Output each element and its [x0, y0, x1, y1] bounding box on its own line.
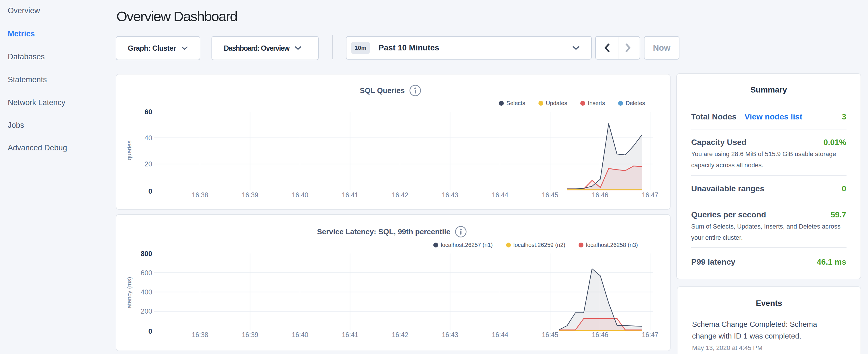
- svg-text:16:42: 16:42: [392, 331, 408, 339]
- svg-text:16:45: 16:45: [542, 191, 559, 199]
- svg-text:0: 0: [149, 327, 152, 335]
- svg-text:16:46: 16:46: [592, 331, 608, 339]
- svg-text:16:41: 16:41: [342, 191, 359, 199]
- svg-text:16:38: 16:38: [192, 331, 208, 339]
- svg-text:16:40: 16:40: [292, 191, 308, 199]
- svg-text:40: 40: [145, 134, 152, 142]
- svg-text:16:44: 16:44: [492, 331, 508, 339]
- svg-text:16:40: 16:40: [292, 331, 308, 339]
- svg-text:16:46: 16:46: [592, 191, 608, 199]
- svg-text:latency (ms): latency (ms): [126, 277, 132, 310]
- svg-text:16:47: 16:47: [642, 331, 658, 339]
- svg-text:16:39: 16:39: [242, 331, 258, 339]
- svg-text:16:43: 16:43: [442, 191, 459, 199]
- svg-text:16:45: 16:45: [542, 331, 559, 339]
- svg-text:800: 800: [141, 250, 152, 257]
- svg-text:20: 20: [145, 160, 152, 168]
- svg-text:16:47: 16:47: [642, 191, 658, 199]
- svg-text:60: 60: [145, 108, 152, 116]
- svg-text:16:43: 16:43: [442, 331, 459, 339]
- svg-text:16:42: 16:42: [392, 191, 408, 199]
- svg-text:200: 200: [141, 307, 152, 315]
- svg-text:16:38: 16:38: [192, 191, 208, 199]
- svg-text:16:44: 16:44: [492, 191, 508, 199]
- svg-text:400: 400: [141, 288, 152, 296]
- svg-text:queries: queries: [126, 141, 132, 160]
- svg-text:0: 0: [149, 187, 152, 195]
- svg-text:600: 600: [141, 269, 152, 277]
- svg-text:16:39: 16:39: [242, 191, 258, 199]
- svg-text:16:41: 16:41: [342, 331, 359, 339]
